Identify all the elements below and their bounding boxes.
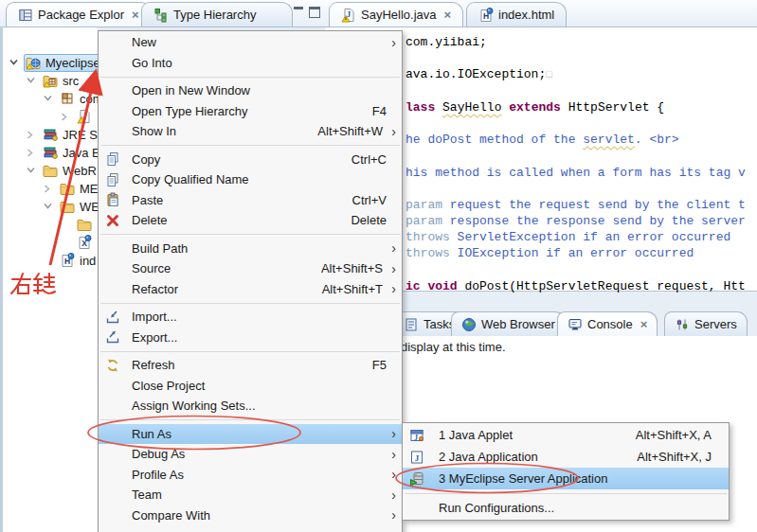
submenu-item-java-applet[interactable]: J 1 Java AppletAlt+Shift+X, A xyxy=(403,424,729,446)
java-applet-icon: J xyxy=(409,428,424,443)
menu-item-assign-working-sets[interactable]: Assign Working Sets... xyxy=(99,396,402,417)
menu-item-show-in[interactable]: Show InAlt+Shift+W› xyxy=(99,121,402,142)
menu-item-source[interactable]: SourceAlt+Shift+S› xyxy=(99,258,402,279)
tree-item-package[interactable]: com xyxy=(3,90,98,108)
tab-console[interactable]: Console × xyxy=(557,311,658,336)
menu-item-profile-as[interactable]: Profile As› xyxy=(99,465,402,486)
menu-item-close-project[interactable]: Close Project xyxy=(99,376,402,397)
submenu-item-run-configurations[interactable]: Run Configurations... xyxy=(403,497,729,519)
menu-item-new[interactable]: New› xyxy=(99,32,402,53)
tree-item-project[interactable]: Myeclipse xyxy=(3,54,98,72)
menu-item-paste[interactable]: PasteCtrl+V xyxy=(99,190,402,211)
chevron-collapsed-icon[interactable] xyxy=(60,112,68,122)
tree-item-label: ind xyxy=(80,254,96,268)
tree-item-meta-inf[interactable]: ME xyxy=(3,180,98,198)
minimize-view-button[interactable] xyxy=(290,4,306,20)
chevron-collapsed-icon[interactable] xyxy=(43,184,51,194)
menu-item-open-type-hierarchy[interactable]: Open Type HierarchyF4 xyxy=(99,101,402,122)
package-explorer-tree[interactable]: Myeclipse src com J JRE Sy Java E xyxy=(3,27,98,532)
chevron-collapsed-icon[interactable] xyxy=(26,148,34,158)
tab-type-hierarchy[interactable]: Type Hierarchy xyxy=(141,2,293,27)
tree-item-label: Myeclipse xyxy=(45,56,98,70)
type-hierarchy-icon xyxy=(153,8,169,23)
tree-item-web-xml[interactable]: X xyxy=(3,234,98,252)
close-icon[interactable]: × xyxy=(132,8,139,22)
tree-item-label: WebR xyxy=(63,164,97,178)
menu-item-open-in-new-window[interactable]: Open in New Window xyxy=(99,80,402,101)
menu-item-build-path[interactable]: Build Path› xyxy=(99,239,402,259)
tree-item-label: Java E xyxy=(63,146,98,160)
menu-item-refactor[interactable]: RefactorAlt+Shift+T› xyxy=(99,279,402,300)
menu-item-debug-as[interactable]: Debug As› xyxy=(99,444,402,465)
chevron-expanded-icon[interactable] xyxy=(26,166,36,174)
menu-separator xyxy=(99,231,402,239)
chevron-expanded-icon[interactable] xyxy=(43,202,53,210)
folder-icon xyxy=(60,199,75,214)
menu-separator xyxy=(99,417,402,424)
console-message: display at this time. xyxy=(401,340,506,354)
menu-item-team[interactable]: Team› xyxy=(99,485,402,505)
menu-item-import[interactable]: Import... xyxy=(99,307,402,328)
chevron-expanded-icon[interactable] xyxy=(26,76,36,84)
tab-label: index.html xyxy=(498,8,554,22)
submenu-arrow-icon: › xyxy=(391,470,396,479)
menu-item-export[interactable]: Export... xyxy=(99,328,402,348)
tab-label: Type Hierarchy xyxy=(173,8,256,22)
menu-item-compare-with[interactable]: Compare With› xyxy=(99,505,402,526)
svg-text:J: J xyxy=(82,111,87,120)
menu-item-go-into[interactable]: Go Into xyxy=(99,53,402,74)
tree-item-lib-folder[interactable] xyxy=(3,216,98,234)
paste-icon xyxy=(105,192,120,207)
menu-item-copy-qualified-name[interactable]: Copy Qualified Name xyxy=(99,169,402,190)
chevron-expanded-icon[interactable] xyxy=(43,94,53,102)
menu-item-refresh[interactable]: RefreshF5 xyxy=(99,355,402,376)
menu-item-copy[interactable]: CopyCtrl+C xyxy=(99,150,402,170)
menu-item-run-as[interactable]: Run As› xyxy=(99,424,402,445)
tab-web-browser[interactable]: Web Browser xyxy=(451,311,566,336)
package-explorer-icon xyxy=(18,8,33,23)
refresh-icon xyxy=(105,358,120,373)
close-icon[interactable]: × xyxy=(640,317,648,331)
tree-item-webroot[interactable]: WebR xyxy=(3,162,98,180)
submenu-arrow-icon: › xyxy=(391,429,396,438)
tab-label: Console xyxy=(587,317,633,331)
submenu-arrow-icon: › xyxy=(391,264,396,274)
submenu-item-myeclipse-server-application[interactable]: 3 MyEclipse Server Application xyxy=(403,468,729,489)
submenu-item-java-application[interactable]: J 2 Java ApplicationAlt+Shift+X, J xyxy=(403,446,729,468)
copy-qualified-name-icon xyxy=(105,172,120,187)
source-folder-icon xyxy=(43,73,58,88)
maximize-icon xyxy=(309,7,320,18)
menu-separator xyxy=(99,347,402,355)
tree-item-web-inf[interactable]: WE xyxy=(3,198,98,216)
submenu-arrow-icon: › xyxy=(391,243,396,253)
xml-file-icon: X xyxy=(77,235,92,250)
close-icon[interactable]: × xyxy=(444,8,452,22)
tree-item-src[interactable]: src xyxy=(3,72,98,90)
java-file-warning-icon: J xyxy=(341,8,356,23)
menu-separator xyxy=(403,489,729,497)
tab-servers[interactable]: Servers xyxy=(664,311,748,336)
tree-item-jre-library[interactable]: JRE Sy xyxy=(3,126,98,144)
tab-package-explorer[interactable]: Package Explor × xyxy=(6,2,152,27)
maximize-view-button[interactable] xyxy=(306,4,322,20)
submenu-arrow-icon: › xyxy=(391,38,396,47)
java-file-warning-icon: J xyxy=(77,109,92,124)
menu-item-delete[interactable]: DeleteDelete xyxy=(99,210,402,231)
tree-item-index[interactable]: H ind xyxy=(3,252,98,270)
tab-sayhello-java[interactable]: J SayHello.java × xyxy=(329,2,463,27)
tree-item-label: WE xyxy=(80,200,98,214)
menu-separator xyxy=(99,142,402,150)
tree-item-java-file[interactable]: J xyxy=(3,108,98,126)
whitespace-marker: □ xyxy=(546,69,552,80)
export-icon xyxy=(105,329,120,345)
copy-icon xyxy=(105,151,120,167)
tab-index-html[interactable]: H index.html xyxy=(466,2,567,27)
menu-separator xyxy=(99,299,402,307)
code-line: his method is called when a form has its… xyxy=(406,166,746,181)
tab-label: Web Browser xyxy=(481,317,555,331)
chevron-collapsed-icon[interactable] xyxy=(26,130,34,140)
folder-icon xyxy=(60,181,75,196)
package-icon xyxy=(60,91,75,106)
chevron-expanded-icon[interactable] xyxy=(9,58,19,66)
tree-item-javaee-library[interactable]: Java E xyxy=(3,144,98,162)
